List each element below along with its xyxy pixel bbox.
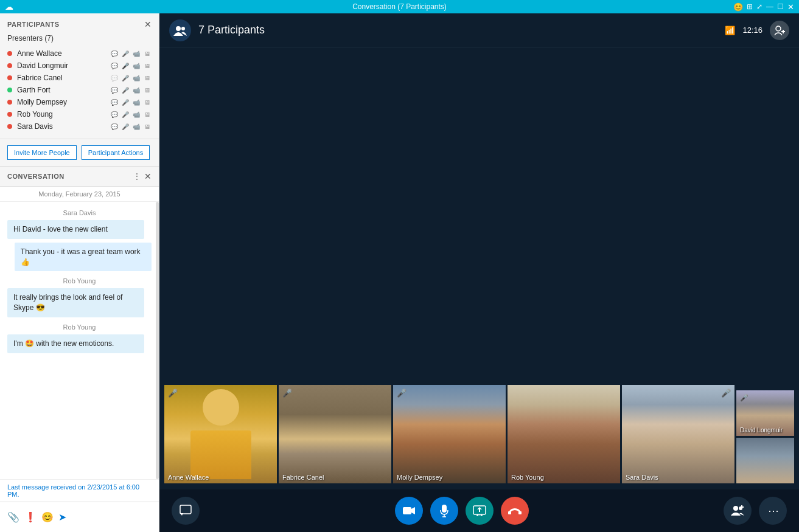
participant-name: Sara Davis xyxy=(17,122,110,131)
send-icon[interactable]: ➤ xyxy=(58,511,66,523)
maximize-icon[interactable]: ☐ xyxy=(777,2,784,11)
status-dot xyxy=(7,63,12,68)
video-icon: 📹 xyxy=(132,123,141,130)
participant-row: Fabrice Canel 💬 🎤 📹 🖥 xyxy=(7,72,152,84)
video-thumb-self[interactable] xyxy=(736,438,794,483)
status-dot xyxy=(7,112,12,117)
chat-input-area: 📎 ❗ 😊 ➤ xyxy=(0,502,159,532)
svg-rect-15 xyxy=(508,511,511,514)
participant-row: Anne Wallace 💬 🎤 📹 🖥 xyxy=(7,47,152,60)
mute-icon: 🎤 xyxy=(740,394,748,402)
mic-icon: 🎤 xyxy=(121,98,130,106)
mute-icon: 🎤 xyxy=(721,389,731,398)
video-area: 7 Participants 📶 12:16 xyxy=(159,13,799,532)
screen-icon: 🖥 xyxy=(143,62,152,69)
participants-section: PARTICIPANTS ✕ Presenters (7) Anne Walla… xyxy=(0,13,159,139)
more-options-button[interactable]: ⋯ xyxy=(759,497,787,525)
message-sender: Rob Young xyxy=(7,277,152,285)
last-message-info: Last message received on 2/23/2015 at 6:… xyxy=(0,479,159,502)
screen-share-button[interactable] xyxy=(466,497,494,525)
participant-video-name: Molly Dempsey xyxy=(397,474,442,481)
status-dot xyxy=(7,75,12,80)
video-controls: ⋯ xyxy=(159,489,799,532)
participant-row: Garth Fort 💬 🎤 📹 🖥 xyxy=(7,84,152,96)
screen-icon: 🖥 xyxy=(143,111,152,118)
video-thumb-molly[interactable]: 🎤 Molly Dempsey xyxy=(393,385,506,483)
close-participants-button[interactable]: ✕ xyxy=(144,19,152,29)
chat-toggle-button[interactable] xyxy=(172,497,200,525)
participant-row: David Longmuir 💬 🎤 📹 🖥 xyxy=(7,60,152,72)
mic-icon: 🎤 xyxy=(121,50,130,57)
participants-header: PARTICIPANTS ✕ xyxy=(7,19,152,29)
screen-icon: 🖥 xyxy=(143,98,152,106)
mute-icon: 🎤 xyxy=(282,389,292,398)
grid-icon[interactable]: ⊞ xyxy=(747,2,753,11)
svg-point-1 xyxy=(181,27,185,30)
participants-title: PARTICIPANTS xyxy=(7,21,60,28)
participant-icons: 💬 🎤 📹 🖥 xyxy=(110,123,152,130)
video-icon: 📹 xyxy=(132,62,141,69)
video-icon: 📹 xyxy=(132,50,141,57)
messages-area: Sara Davis Hi David - love the new clien… xyxy=(0,202,159,479)
minimize-icon[interactable]: — xyxy=(766,2,773,11)
video-icon: 📹 xyxy=(132,111,141,118)
add-person-button[interactable] xyxy=(770,21,789,40)
video-thumbnails: 🎤 Anne Wallace 🎤 Fabrice Canel 🎤 Molly D… xyxy=(159,385,799,483)
conversation-drag-icon[interactable]: ⋮ xyxy=(133,172,141,181)
presenters-label: Presenters (7) xyxy=(7,34,152,43)
video-thumb-rob[interactable]: Rob Young xyxy=(508,385,620,483)
chat-icon: 💬 xyxy=(110,74,119,81)
status-dot xyxy=(7,51,12,56)
window-controls: 😊 ⊞ ⤢ — ☐ ✕ xyxy=(733,2,794,12)
mic-icon: 🎤 xyxy=(121,74,130,81)
skype-logo-icon: ☁ xyxy=(5,2,13,12)
invite-more-people-button[interactable]: Invite More People xyxy=(7,145,77,160)
expand-icon[interactable]: ⤢ xyxy=(756,2,762,11)
urgent-icon[interactable]: ❗ xyxy=(24,511,37,523)
attachment-icon[interactable]: 📎 xyxy=(7,511,19,523)
video-thumb-sara[interactable]: 🎤 Sara Davis xyxy=(622,385,734,483)
message-bubble: I'm 🤩 with the new emoticons. xyxy=(7,334,144,353)
emoji-icon[interactable]: 😊 xyxy=(733,2,743,12)
status-dot xyxy=(7,88,12,92)
participant-icons: 💬 🎤 📹 🖥 xyxy=(110,74,152,81)
status-dot xyxy=(7,124,12,129)
participant-video-name: David Longmuir xyxy=(740,427,783,434)
mic-icon: 🎤 xyxy=(121,62,130,69)
emoji-picker-icon[interactable]: 😊 xyxy=(41,511,54,523)
video-header: 7 Participants 📶 12:16 xyxy=(159,13,799,47)
participant-actions-button[interactable]: Participant Actions xyxy=(82,145,150,160)
message-bubble: Thank you - it was a great team work 👍 xyxy=(15,243,152,272)
screen-icon: 🖥 xyxy=(143,123,152,130)
participant-name: Garth Fort xyxy=(17,86,110,94)
participants-button[interactable] xyxy=(724,497,752,525)
message-bubble: It really brings the look and feel of Sk… xyxy=(7,288,144,317)
participant-name: Molly Dempsey xyxy=(17,98,110,106)
conversation-section: CONVERSATION ⋮ ✕ Monday, February 23, 20… xyxy=(0,167,159,532)
screen-icon: 🖥 xyxy=(143,86,152,94)
svg-point-17 xyxy=(733,506,738,511)
close-icon[interactable]: ✕ xyxy=(787,2,794,12)
conversation-title: CONVERSATION xyxy=(7,173,65,180)
video-toggle-button[interactable] xyxy=(395,497,423,525)
scroll-indicator[interactable] xyxy=(156,202,159,479)
mic-toggle-button[interactable] xyxy=(430,497,458,525)
close-conversation-button[interactable]: ✕ xyxy=(144,171,152,181)
video-thumb-david[interactable]: 🎤 David Longmuir xyxy=(736,390,794,436)
participant-icons: 💬 🎤 📹 🖥 xyxy=(110,86,152,94)
screen-icon: 🖥 xyxy=(143,74,152,81)
controls-right: ⋯ xyxy=(724,497,787,525)
video-thumb-fabrice[interactable]: 🎤 Fabrice Canel xyxy=(279,385,391,483)
mic-icon: 🎤 xyxy=(121,86,130,94)
end-call-button[interactable] xyxy=(501,497,529,525)
mute-icon: 🎤 xyxy=(397,389,406,398)
conversation-date: Monday, February 23, 2015 xyxy=(0,187,159,202)
title-bar-left: ☁ xyxy=(5,2,13,12)
participant-icons: 💬 🎤 📹 🖥 xyxy=(110,50,152,57)
left-panel: PARTICIPANTS ✕ Presenters (7) Anne Walla… xyxy=(0,13,159,532)
svg-rect-5 xyxy=(180,505,191,514)
conversation-header: CONVERSATION ⋮ ✕ xyxy=(0,167,159,187)
chat-icon: 💬 xyxy=(110,62,119,69)
participant-icons: 💬 🎤 📹 🖥 xyxy=(110,62,152,69)
video-thumb-anne[interactable]: 🎤 Anne Wallace xyxy=(164,385,277,483)
